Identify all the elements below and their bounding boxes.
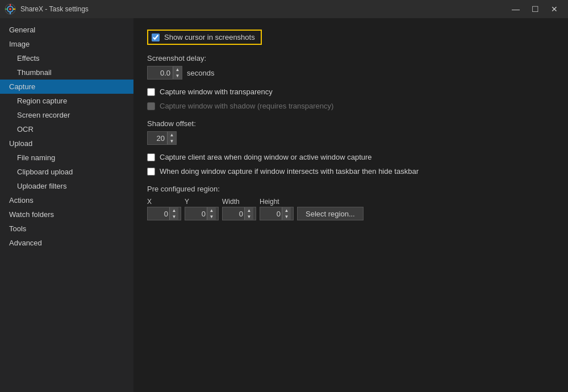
- sidebar-item-ocr[interactable]: OCR: [0, 122, 133, 136]
- capture-client-row: Capture client area when doing window or…: [147, 153, 554, 161]
- region-height-label: Height: [260, 198, 294, 206]
- region-height-up[interactable]: ▲: [282, 207, 291, 214]
- sidebar-item-file-naming[interactable]: File naming: [0, 151, 133, 165]
- capture-taskbar-checkbox[interactable]: [147, 168, 155, 176]
- preconfigured-label: Pre configured region:: [147, 185, 554, 193]
- region-x-label: X: [147, 198, 181, 206]
- region-y-down[interactable]: ▼: [207, 214, 216, 220]
- sidebar-item-tools[interactable]: Tools: [0, 222, 133, 236]
- screenshot-delay-up[interactable]: ▲: [173, 66, 182, 73]
- window-title: ShareX - Task settings: [20, 5, 507, 13]
- shadow-offset-input[interactable]: [148, 132, 167, 144]
- shadow-offset-spinner: ▲ ▼: [147, 131, 177, 145]
- capture-shadow-checkbox: [147, 102, 155, 110]
- screenshot-delay-unit: seconds: [187, 69, 214, 77]
- sidebar-item-watch-folders[interactable]: Watch folders: [0, 207, 133, 222]
- region-y-field: Y ▲ ▼: [185, 198, 219, 220]
- sidebar-item-general[interactable]: General: [0, 23, 133, 37]
- screenshot-delay-down[interactable]: ▼: [173, 73, 182, 79]
- show-cursor-label[interactable]: Show cursor in screenshots: [164, 33, 255, 41]
- shadow-offset-up[interactable]: ▲: [167, 132, 176, 138]
- region-x-input[interactable]: [148, 207, 169, 220]
- sidebar-item-upload[interactable]: Upload: [0, 136, 133, 151]
- region-y-up[interactable]: ▲: [207, 207, 216, 214]
- sidebar-item-image[interactable]: Image: [0, 37, 133, 51]
- sidebar-item-region-capture[interactable]: Region capture: [0, 94, 133, 108]
- capture-transparency-label[interactable]: Capture window with transparency: [160, 87, 273, 96]
- maximize-button[interactable]: ☐: [526, 1, 544, 17]
- screenshot-delay-group: ▲ ▼ seconds: [147, 66, 554, 80]
- titlebar: ShareX - Task settings — ☐ ✕: [0, 0, 568, 18]
- close-button[interactable]: ✕: [545, 1, 563, 17]
- content-area: Show cursor in screenshots Screenshot de…: [133, 18, 568, 392]
- region-x-down[interactable]: ▼: [169, 214, 178, 220]
- sidebar-item-clipboard-upload[interactable]: Clipboard upload: [0, 165, 133, 179]
- shadow-offset-down[interactable]: ▼: [167, 138, 176, 144]
- svg-point-2: [9, 8, 11, 10]
- capture-taskbar-label[interactable]: When doing window capture if window inte…: [160, 167, 419, 176]
- region-height-down[interactable]: ▼: [282, 214, 291, 220]
- region-height-field: Height ▲ ▼: [260, 198, 294, 220]
- sidebar-item-uploader-filters[interactable]: Uploader filters: [0, 179, 133, 193]
- show-cursor-checkbox[interactable]: [152, 34, 160, 41]
- region-x-up[interactable]: ▲: [169, 207, 178, 214]
- region-height-input[interactable]: [260, 207, 282, 220]
- region-width-up[interactable]: ▲: [244, 207, 253, 214]
- capture-client-checkbox[interactable]: [147, 153, 155, 161]
- region-y-label: Y: [185, 198, 219, 206]
- sidebar-item-advanced[interactable]: Advanced: [0, 236, 133, 250]
- region-width-field: Width ▲ ▼: [222, 198, 256, 220]
- select-region-button[interactable]: Select region...: [297, 207, 364, 220]
- capture-transparency-checkbox[interactable]: [147, 88, 155, 96]
- sidebar-item-thumbnail[interactable]: Thumbnail: [0, 65, 133, 80]
- capture-shadow-row: Capture window with shadow (requires tra…: [147, 102, 554, 110]
- region-width-label: Width: [222, 198, 256, 206]
- shadow-offset-label: Shadow offset:: [147, 119, 554, 128]
- window-controls: — ☐ ✕: [507, 1, 563, 17]
- minimize-button[interactable]: —: [507, 1, 525, 17]
- capture-transparency-row: Capture window with transparency: [147, 87, 554, 96]
- sidebar-item-effects[interactable]: Effects: [0, 51, 133, 65]
- capture-client-label[interactable]: Capture client area when doing window or…: [160, 153, 372, 161]
- screenshot-delay-spinner: ▲ ▼: [147, 66, 182, 80]
- capture-shadow-label: Capture window with shadow (requires tra…: [160, 102, 333, 110]
- region-x-field: X ▲ ▼: [147, 198, 181, 220]
- region-width-down[interactable]: ▼: [244, 214, 253, 220]
- sidebar-item-screen-recorder[interactable]: Screen recorder: [0, 108, 133, 122]
- capture-taskbar-row: When doing window capture if window inte…: [147, 167, 554, 176]
- region-width-input[interactable]: [223, 207, 244, 220]
- sidebar-item-actions[interactable]: Actions: [0, 193, 133, 207]
- app-logo: [5, 3, 16, 15]
- screenshot-delay-input[interactable]: [148, 66, 173, 79]
- main-layout: General Image Effects Thumbnail Capture …: [0, 18, 568, 392]
- shadow-offset-group: ▲ ▼: [147, 131, 554, 145]
- region-y-input[interactable]: [185, 207, 207, 220]
- region-row: X ▲ ▼ Y ▲ ▼: [147, 198, 554, 220]
- screenshot-delay-label: Screenshot delay:: [147, 54, 554, 62]
- show-cursor-highlight: Show cursor in screenshots: [147, 30, 262, 45]
- sidebar: General Image Effects Thumbnail Capture …: [0, 18, 133, 392]
- sidebar-item-capture[interactable]: Capture: [0, 80, 133, 94]
